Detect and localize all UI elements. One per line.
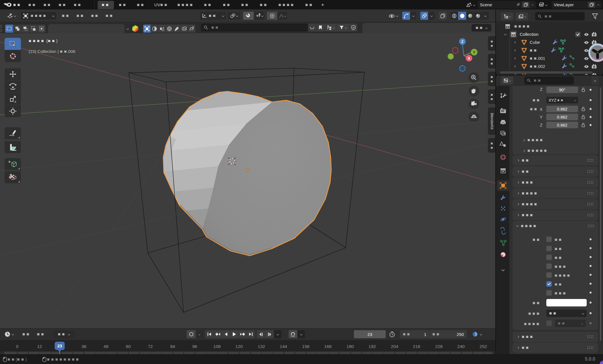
svg-text:Y: Y bbox=[473, 50, 475, 54]
svg-text:Z: Z bbox=[461, 40, 463, 44]
svg-text:X: X bbox=[468, 56, 470, 60]
